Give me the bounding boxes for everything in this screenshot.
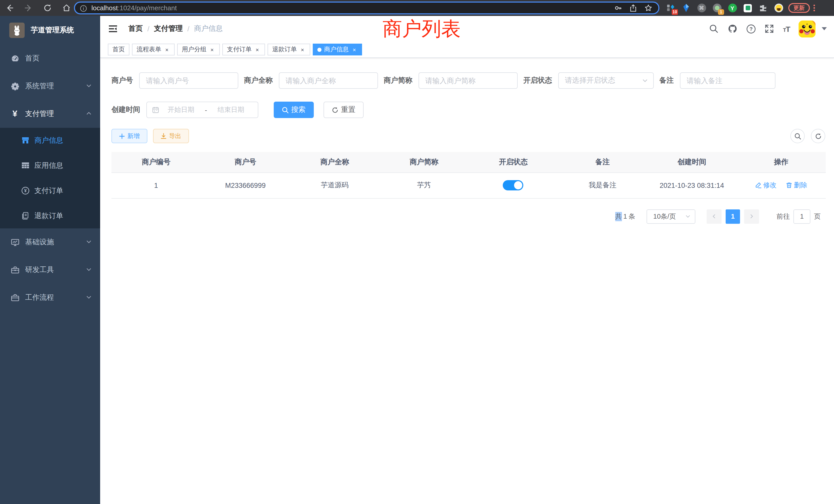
add-button[interactable]: 新增 (111, 129, 147, 143)
col-actions: 操作 (737, 152, 826, 173)
hide-search-button[interactable] (790, 129, 805, 143)
extensions-puzzle-icon[interactable] (759, 3, 768, 13)
breadcrumb-separator: / (147, 25, 150, 33)
next-page-button[interactable] (744, 209, 759, 224)
create-time-range-picker[interactable]: 开始日期 - 结束日期 (146, 101, 258, 118)
short-name-input[interactable] (419, 72, 518, 89)
merchant-no-label: 商户号 (111, 76, 139, 85)
sidebar-item-refund-order[interactable]: 退款订单 (0, 203, 100, 228)
reset-button[interactable]: 重置 (324, 101, 364, 118)
forward-icon[interactable] (24, 4, 33, 12)
tab-process-form[interactable]: 流程表单× (132, 44, 175, 55)
site-info-icon[interactable] (80, 5, 87, 11)
delete-link[interactable]: 删除 (786, 181, 807, 190)
full-name-input[interactable] (279, 72, 378, 89)
status-toggle[interactable] (503, 180, 524, 190)
prev-page-button[interactable] (707, 209, 722, 224)
sidebar-item-label: 工作流程 (25, 293, 54, 302)
jump-suffix: 页 (814, 212, 821, 221)
tab-label: 用户分组 (182, 45, 206, 54)
pagination-total: 共 1 条 (615, 212, 635, 221)
close-icon[interactable]: × (209, 46, 215, 53)
sidebar-item-devtools[interactable]: 研发工具 (0, 256, 100, 284)
remark-input[interactable] (680, 72, 775, 89)
sidebar-item-merchant-info[interactable]: 商户信息 (0, 128, 100, 153)
sidebar-toggle-icon[interactable] (108, 24, 118, 34)
header-search-icon[interactable] (709, 24, 719, 33)
sidebar-item-infra[interactable]: 基础设施 (0, 228, 100, 256)
close-icon[interactable]: × (300, 46, 306, 53)
search-button[interactable]: 搜索 (274, 101, 314, 118)
refresh-table-button[interactable] (811, 129, 825, 143)
tab-user-group[interactable]: 用户分组× (177, 44, 220, 55)
reload-icon[interactable] (43, 4, 52, 12)
extension-recorder-icon[interactable]: 1 (712, 3, 722, 13)
sidebar-item-pay[interactable]: ¥ 支付管理 (0, 100, 100, 128)
close-icon[interactable]: × (254, 46, 260, 53)
extension-command-icon[interactable]: ⌘ (697, 3, 706, 13)
url-bar[interactable]: localhost:1024/pay/merchant (74, 2, 659, 14)
sidebar-item-pay-order[interactable]: ¥ 支付订单 (0, 178, 100, 203)
bookmark-star-icon[interactable] (644, 4, 652, 12)
sidebar-item-app-info[interactable]: 应用信息 (0, 153, 100, 178)
page-size-value: 10条/页 (653, 212, 685, 221)
font-size-icon[interactable]: TT (783, 24, 790, 33)
page-number-button[interactable]: 1 (726, 209, 740, 224)
breadcrumb-home[interactable]: 首页 (128, 24, 143, 33)
merchant-no-input[interactable] (139, 72, 238, 89)
export-button[interactable]: 导出 (153, 129, 189, 143)
page-size-select[interactable]: 10条/页 (646, 209, 695, 224)
close-icon[interactable]: × (351, 46, 357, 53)
avatar[interactable] (798, 20, 815, 37)
extension-pin-icon[interactable] (681, 3, 691, 13)
breadcrumb-pay[interactable]: 支付管理 (154, 24, 183, 33)
extension-chat-icon[interactable] (743, 3, 752, 13)
fullscreen-icon[interactable] (764, 24, 774, 33)
back-icon[interactable] (5, 4, 14, 12)
document-icon (21, 211, 30, 220)
tab-refund-order[interactable]: 退款订单× (267, 44, 310, 55)
jump-page-input[interactable] (793, 209, 810, 224)
chevron-down-icon (642, 77, 648, 84)
refresh-icon (332, 107, 338, 113)
plus-icon (119, 133, 125, 139)
sidebar-logo[interactable]: 芋道管理系统 (0, 16, 100, 45)
extension-blue-diamond-icon[interactable]: 10 (666, 3, 675, 13)
profile-emoji-icon[interactable] (774, 3, 783, 13)
help-icon[interactable]: ? (746, 24, 756, 33)
tags-view: 首页 流程表单× 用户分组× 支付订单× 退款订单× 商户信息× (100, 42, 834, 58)
tab-pay-order[interactable]: 支付订单× (222, 44, 265, 55)
share-icon[interactable] (630, 4, 637, 12)
browser-menu-icon[interactable] (813, 5, 815, 11)
sidebar-item-label: 首页 (25, 54, 40, 63)
sidebar-item-workflow[interactable]: 工作流程 (0, 284, 100, 312)
chevron-down-icon (86, 265, 92, 275)
avatar-caret-icon[interactable] (822, 27, 827, 30)
full-name-label: 商户全称 (244, 76, 279, 85)
gear-icon (10, 82, 20, 91)
cell-short-name: 芋艿 (379, 173, 468, 198)
table-row: 1 M233666999 芋道源码 芋艿 我是备注 2021-10-23 08:… (111, 173, 826, 198)
filter-row-1: 商户号 商户全称 商户简称 开启状态 请选择开启状态 (111, 72, 826, 89)
home-icon[interactable] (62, 4, 71, 12)
cell-remark: 我是备注 (558, 173, 647, 198)
tab-home[interactable]: 首页 (108, 44, 129, 55)
cell-merchant-no: M233666999 (201, 173, 290, 198)
extension-yudao-icon[interactable]: Y (728, 3, 737, 13)
close-icon[interactable]: × (164, 46, 170, 53)
sidebar-item-system[interactable]: 系统管理 (0, 72, 100, 100)
briefcase-icon (10, 293, 20, 302)
edit-link[interactable]: 修改 (755, 181, 776, 190)
browser-update-button[interactable]: 更新 (788, 3, 810, 13)
status-select[interactable]: 请选择开启状态 (558, 72, 654, 89)
merchant-table: 商户编号 商户号 商户全称 商户简称 开启状态 备注 创建时间 操作 1 (111, 152, 826, 198)
sidebar-item-label: 商户信息 (35, 136, 63, 145)
github-icon[interactable] (727, 24, 737, 33)
tab-merchant-info[interactable]: 商户信息× (313, 44, 362, 55)
password-key-icon[interactable] (614, 4, 622, 12)
sidebar-item-home[interactable]: 首页 (0, 45, 100, 72)
start-date-placeholder: 开始日期 (159, 105, 203, 114)
svg-text:?: ? (749, 26, 752, 31)
url-path: :1024/pay/merchant (118, 4, 177, 12)
toolbar: 新增 导出 (111, 129, 826, 143)
